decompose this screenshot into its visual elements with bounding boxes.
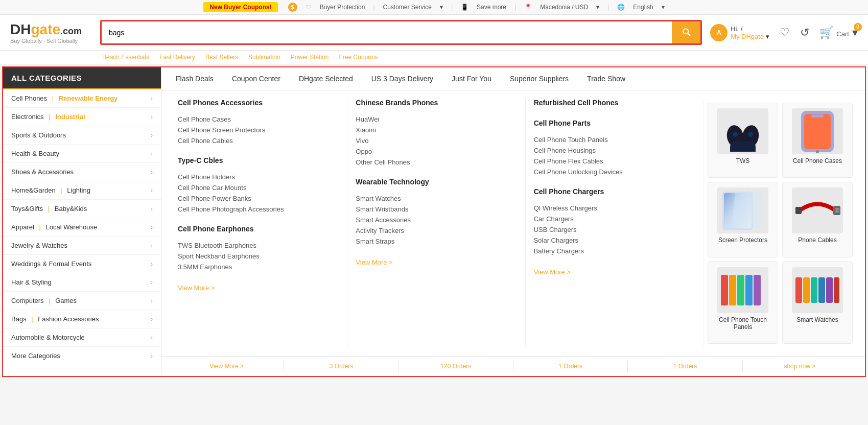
section-accessories: Cell Phones Accessories Cell Phone Cases… <box>178 99 339 146</box>
sidebar-item-health[interactable]: Health & Beauty › <box>3 145 161 163</box>
region-link[interactable]: Macedonia / USD <box>540 4 588 11</box>
cat-item-touch-panels[interactable]: Cell Phone Touch Panels <box>534 134 695 145</box>
quick-link-bestsellers[interactable]: Best Sellers <box>205 54 238 61</box>
cat-item-car-chargers[interactable]: Car Chargers <box>534 214 695 224</box>
order-item-shop-now[interactable]: shop now > <box>743 361 857 372</box>
smart-watches-label: Smart Watches <box>796 316 838 323</box>
cat-item-smart-watches[interactable]: Smart Watches <box>356 193 517 204</box>
section-title-earphones: Cell Phone Earphones <box>178 225 339 235</box>
cat-item-flex-cables[interactable]: Cell Phone Flex Cables <box>534 156 695 167</box>
buyer-protection-link[interactable]: Buyer Protection <box>320 4 365 11</box>
sidebar-item-sports[interactable]: Sports & Outdoors › <box>3 126 161 145</box>
cat-item-huawei[interactable]: HuaWei <box>356 114 517 125</box>
customer-service-link[interactable]: Customer Service <box>383 4 432 11</box>
search-input[interactable] <box>102 23 672 42</box>
sidebar-item-toys[interactable]: Toys&Gifts | Baby&Kids › <box>3 200 161 218</box>
cat-item-neckband[interactable]: Sport Neckband Earphones <box>178 251 339 262</box>
sidebar-item-computers[interactable]: Computers | Games › <box>3 292 161 310</box>
cat-item-battery-chargers[interactable]: Battery Chargers <box>534 246 695 256</box>
history-button[interactable]: ↺ <box>800 26 809 39</box>
cat-item-tws[interactable]: TWS Bluetooth Earphones <box>178 240 339 251</box>
quick-link-power[interactable]: Power Station <box>291 54 329 61</box>
image-card-phone-cases[interactable]: Cell Phone Cases <box>782 103 853 178</box>
tab-just-for-you[interactable]: Just For You <box>442 67 501 90</box>
cat-item-cases[interactable]: Cell Phone Cases <box>178 114 339 125</box>
cat-item-power-banks[interactable]: Cell Phone Power Banks <box>178 193 339 204</box>
view-more-col3[interactable]: View More > <box>534 267 695 277</box>
cat-item-holders[interactable]: Cell Phone Holders <box>178 172 339 182</box>
sidebar-item-jewelry[interactable]: Jewelry & Watches › <box>3 237 161 255</box>
quick-link-sublimation[interactable]: Sublimation <box>248 54 280 61</box>
save-more-link[interactable]: Save more <box>477 4 506 11</box>
sidebar-item-apparel[interactable]: Apparel | Local Warehouse › <box>3 218 161 237</box>
tab-dhgate-selected[interactable]: DHgate Selected <box>290 67 362 90</box>
sidebar-item-hair[interactable]: Hair & Styling › <box>3 273 161 292</box>
chevron-right-icon: › <box>151 224 153 231</box>
header-user[interactable]: A Hi, / My DHgate ▾ <box>710 24 769 41</box>
sidebar-item-auto[interactable]: Automobile & Motorcycle › <box>3 328 161 347</box>
cat-item-car-mounts[interactable]: Cell Phone Car Mounts <box>178 182 339 193</box>
chevron-right-icon: › <box>151 297 153 304</box>
image-card-screen-protectors[interactable]: Screen Protectors <box>708 182 778 257</box>
cat-item-screen-protectors[interactable]: Cell Phone Screen Protectors <box>178 125 339 135</box>
quick-link-coupons[interactable]: Free Coupons <box>339 54 378 61</box>
chevron-right-icon: › <box>151 187 153 194</box>
top-bar: New Buyer Coupons! $ 🛡 Buyer Protection … <box>0 0 868 15</box>
sidebar-item-bags[interactable]: Bags | Fashion Accessories › <box>3 310 161 328</box>
cat-item-35mm[interactable]: 3.5MM Earphones <box>178 262 339 272</box>
tab-trade-show[interactable]: Trade Show <box>578 67 635 90</box>
language-link[interactable]: English <box>633 4 653 11</box>
coupon-button[interactable]: New Buyer Coupons! <box>203 2 277 12</box>
section-title-chinese: Chinese Brands Phones <box>356 99 517 109</box>
sidebar-item-home[interactable]: Home&Garden | Lighting › <box>3 181 161 200</box>
section-refurbished: Refurbished Cell Phones <box>534 99 695 109</box>
order-item-120: 120 Orders <box>399 361 513 372</box>
tab-coupon-center[interactable]: Coupon Center <box>223 67 290 90</box>
sidebar-item-weddings[interactable]: Weddings & Formal Events › <box>3 255 161 273</box>
cat-item-smart-accessories[interactable]: Smart Accessories <box>356 215 517 225</box>
cat-item-xiaomi[interactable]: Xiaomi <box>356 125 517 135</box>
image-card-phone-cables[interactable]: Phone Cables <box>782 182 853 257</box>
svg-rect-7 <box>811 114 824 117</box>
chevron-right-icon: › <box>151 169 153 176</box>
wishlist-button[interactable]: ♡ <box>780 26 790 39</box>
view-more-col1[interactable]: View More > <box>178 282 339 293</box>
quick-link-fast[interactable]: Fast Delivery <box>159 54 195 61</box>
my-dhgate-link[interactable]: My DHgate <box>731 33 764 40</box>
search-button[interactable] <box>672 21 700 43</box>
cat-item-cables[interactable]: Cell Phone Cables <box>178 135 339 146</box>
svg-rect-14 <box>835 208 839 213</box>
svg-rect-12 <box>795 207 802 214</box>
cart-button[interactable]: 🛒 0 Cart ▾ <box>819 26 858 39</box>
cat-item-photo-accessories[interactable]: Cell Phone Photograph Accessories <box>178 204 339 215</box>
cat-item-solar-chargers[interactable]: Solar Chargers <box>534 235 695 246</box>
tab-us-delivery[interactable]: US 3 Days Delivery <box>362 67 442 90</box>
image-card-touch-panels[interactable]: Cell Phone Touch Panels <box>708 262 778 344</box>
cat-item-other-phones[interactable]: Other Cell Phones <box>356 157 517 168</box>
cat-item-oppo[interactable]: Oppo <box>356 146 517 157</box>
tab-superior[interactable]: Superior Suppliers <box>501 67 578 90</box>
cat-item-smart-wristbands[interactable]: Smart Wristbands <box>356 204 517 215</box>
image-card-smart-watches[interactable]: Smart Watches <box>782 262 853 344</box>
view-more-col2[interactable]: View More > <box>356 257 517 268</box>
cat-item-unlocking[interactable]: Cell Phone Unlocking Devices <box>534 167 695 177</box>
image-card-tws[interactable]: TWS <box>708 103 778 178</box>
logo[interactable]: DHgate.com Buy Globally · Sell Globally <box>10 21 92 44</box>
cat-item-smart-straps[interactable]: Smart Straps <box>356 236 517 247</box>
sidebar-item-electronics[interactable]: Electronics | Industrial › <box>3 108 161 126</box>
section-earphones: Cell Phone Earphones TWS Bluetooth Earph… <box>178 225 339 272</box>
cat-item-vivo[interactable]: Vivo <box>356 135 517 146</box>
section-title-accessories: Cell Phones Accessories <box>178 99 339 109</box>
cat-item-activity-trackers[interactable]: Activity Trackers <box>356 225 517 236</box>
sidebar-item-cellphones[interactable]: Cell Phones | Renewable Energy › <box>3 89 161 108</box>
cat-item-qi-chargers[interactable]: QI Wireless Chargers <box>534 203 695 214</box>
tab-flash-deals[interactable]: Flash Deals <box>167 67 223 90</box>
order-item-view-more[interactable]: View More > <box>170 361 284 372</box>
cat-item-usb-chargers[interactable]: USB Chargers <box>534 224 695 235</box>
sidebar-item-more[interactable]: More Categories › <box>3 347 161 365</box>
sidebar-item-shoes[interactable]: Shoes & Accessories › <box>3 163 161 181</box>
chevron-right-icon: › <box>151 334 153 341</box>
save-more-icon: 📱 <box>461 4 468 11</box>
cat-item-housings[interactable]: Cell Phone Housings <box>534 145 695 156</box>
quick-link-beach[interactable]: Beach Essentials <box>102 54 149 61</box>
